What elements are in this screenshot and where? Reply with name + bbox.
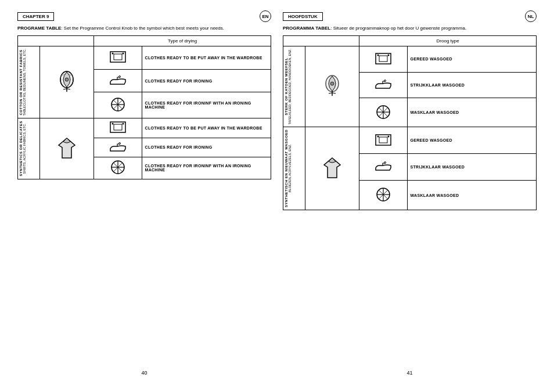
right-g1-r1-label: GEREED WASGOED [407,46,536,73]
wardrobe-icon-2 [109,121,127,134]
svg-rect-4 [114,54,122,60]
left-g2-r2-icon [94,138,142,157]
right-g1-r3-icon [359,98,407,127]
svg-point-29 [384,80,386,82]
svg-point-17 [118,142,120,144]
left-intro: PROGRAME TABLE: Set the Programme Contro… [17,26,271,31]
right-intro-text: : Situeer de programmaknop op het door U… [330,26,466,31]
cotton-icon [57,71,76,93]
synthetics-icon-right [322,157,343,179]
left-intro-text: : Set the Programme Control Knob to the … [61,26,224,31]
left-half: CHAPTER 9 EN PROGRAME TABLE: Set the Pro… [12,10,277,382]
left-g2-r1-icon [94,118,142,138]
left-table-header: Type of drying [94,36,271,46]
iron-machine-icon-r1 [375,105,392,120]
right-g1-r1-icon [359,46,407,73]
left-group2-rotated: SYNTHETICS OR DELICATES SHIRTS, ACRYLIC … [18,118,40,179]
iron-machine-icon [109,97,127,112]
iron-machine-icon-r2 [375,187,392,202]
right-header: HOOFDSTUK NL [283,10,537,22]
wardrobe-icon [109,51,127,63]
left-page-number: 40 [17,370,271,376]
iron-icon [109,74,127,87]
iron-icon-2 [109,141,127,153]
left-g1-r3-label: CLOTHES READY FOR IRONINF WITH AN IRONIN… [142,92,271,118]
left-g1-r1-icon [94,46,142,70]
cotton-icon-right [323,75,341,97]
svg-point-27 [377,54,379,56]
svg-point-7 [118,76,120,78]
svg-rect-26 [379,56,387,62]
svg-point-37 [377,135,379,137]
right-group1-fabric-icon [305,46,359,127]
left-g2-r1-label: CLOTHES READY TO BE PUT AWAY IN THE WARD… [142,118,271,138]
left-g1-r2-label: CLOTHES READY FOR IRONING [142,69,271,92]
iron-machine-icon-2 [109,160,127,175]
left-g2-r2-label: CLOTHES READY FOR IRONING [142,138,271,157]
left-g1-r3-icon [94,92,142,118]
left-group1-fabric-icon [39,46,93,118]
left-group2-label-sub: SHIRTS, ACRYLIC FABRICS, ETC. [23,123,26,174]
left-g2-r3-icon [94,157,142,179]
right-g2-r3-icon [359,180,407,210]
right-g2-r1-icon [359,127,407,154]
svg-point-24 [330,82,334,85]
iron-icon-r2 [375,160,392,172]
right-g2-r2-label: STRIJKKLAAR WASGOED [407,154,536,181]
right-group2-fabric-icon [305,127,359,210]
left-g2-r3-label: CLOTHES READY FOR IRONINF WITH AN IRONIN… [142,157,271,179]
right-group1-label-sub: TAFELKLEED, BEDDEGOED, HANDDOEKEN, ENZ. [288,49,292,124]
left-g1-r1-label: CLOTHES READY TO BE PUT AWAY IN THE WARD… [142,46,271,70]
left-header: CHAPTER 9 EN [17,10,271,22]
right-g2-r1-label: GEREED WASGOED [407,127,536,154]
lang-badge-left: EN [260,10,271,22]
right-g2-r2-icon [359,154,407,181]
right-g2-r3-label: WASKLAAR WASGOED [407,180,536,210]
synthetics-icon [56,137,77,159]
left-intro-bold: PROGRAME TABLE [17,26,61,31]
svg-point-39 [384,162,386,164]
right-g1-r3-label: WASKLAAR WASGOED [407,98,536,127]
svg-rect-36 [379,137,387,143]
chapter-label: CHAPTER 9 [17,12,54,21]
left-group2-fabric-icon [39,118,93,179]
left-group1-rotated: COTTON OR RESISTANT FABRICS TABLECLOTHS,… [18,46,40,118]
iron-icon-r1 [375,78,392,91]
right-group2-label-sub: BLOEZEN, ACRYLVEZELS, ENZ. [288,145,292,193]
right-table: Droog type STERK OF KATOEN WEEFSEL TAFEL… [283,35,537,210]
right-page-number: 41 [283,370,537,376]
left-group1-label-sub: TABLECLOTHS, BEDLINENS, TOWELS, ETC. [23,49,26,116]
right-table-header: Droog type [359,36,537,46]
svg-point-16 [122,123,124,125]
left-g1-r2-icon [94,69,142,92]
wardrobe-icon-r2 [375,134,392,146]
left-table: Type of drying COTTON OR RESISTANT FABRI… [17,35,271,179]
right-g1-r2-label: STRIJKKLAAR WASGOED [407,72,536,98]
wardrobe-icon-r1 [375,52,392,65]
svg-point-5 [111,53,113,55]
svg-rect-14 [114,124,122,130]
right-intro-bold: PROGRAMMA TABEL [283,26,330,31]
right-group2-rotated: SYNTHETISCH EN NIEUWAAT WASGOED BLOEZEN,… [283,127,305,210]
page-container: CHAPTER 9 EN PROGRAME TABLE: Set the Pro… [0,0,554,392]
svg-point-15 [111,123,113,125]
svg-point-2 [65,78,69,81]
right-g1-r2-icon [359,72,407,98]
svg-point-6 [122,53,124,55]
right-intro: PROGRAMMA TABEL: Situeer de programmakno… [283,26,537,31]
svg-point-28 [387,54,389,56]
svg-point-38 [387,135,389,137]
right-chapter-label: HOOFDSTUK [283,12,323,21]
right-group1-rotated: STERK OF KATOEN WEEFSEL TAFELKLEED, BEDD… [283,46,305,127]
lang-badge-right: NL [525,10,537,22]
right-half: HOOFDSTUK NL PROGRAMMA TABEL: Situeer de… [277,10,542,382]
